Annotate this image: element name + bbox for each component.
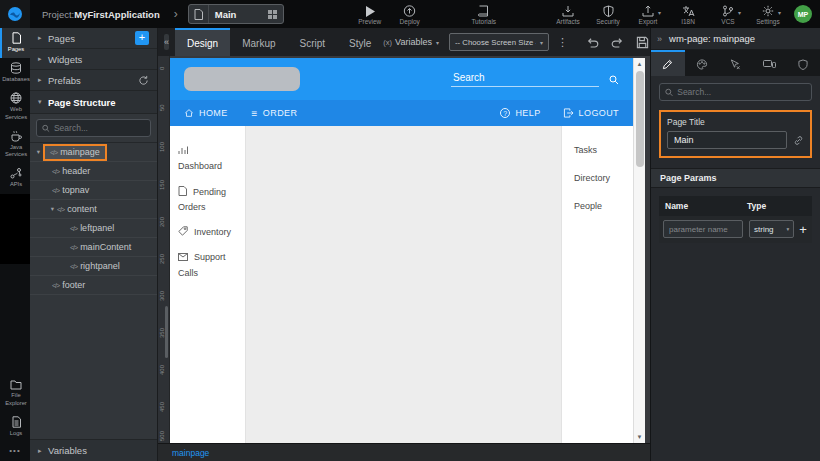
user-avatar[interactable]: MP (794, 5, 812, 23)
section-widgets[interactable]: ▸ Widgets (30, 49, 157, 70)
editor-center: « Design Markup Script Style (x) Variabl… (158, 28, 650, 461)
menu-item-dashboard[interactable]: Dashboard (178, 144, 237, 175)
canvas-search-label[interactable]: Search (451, 72, 599, 87)
nav-home[interactable]: HOME (184, 108, 228, 118)
tab-styles[interactable] (685, 50, 719, 76)
cloud-upload-icon (403, 4, 416, 17)
tree-node-mainpage[interactable]: ▾ </> mainpage (30, 143, 157, 162)
scroll-down-icon[interactable]: ▼ (637, 431, 643, 443)
page-selector[interactable]: Main (188, 4, 284, 24)
chevron-right-icon: › (174, 7, 178, 21)
deploy-button[interactable]: Deploy (397, 4, 423, 25)
open-page-tab[interactable]: mainpage (172, 448, 209, 458)
pages-icon (11, 32, 22, 44)
bind-link-icon[interactable] (793, 135, 804, 146)
wavemaker-logo[interactable] (0, 0, 30, 28)
sidebar-item-java-services[interactable]: Java Services (0, 126, 30, 163)
nav-order[interactable]: ≡ ORDER (252, 108, 298, 119)
menu-item-inventory[interactable]: Inventory (178, 225, 237, 240)
canvas-app-header[interactable]: Search (170, 58, 633, 100)
page-title-input[interactable] (667, 131, 787, 149)
tree-node-leftpanel[interactable]: </> leftpanel (30, 219, 157, 238)
menu-item-people[interactable]: People (562, 192, 633, 220)
properties-search-input[interactable] (677, 87, 806, 97)
canvas-search-widget[interactable]: Search (451, 72, 619, 87)
collapse-right-panel-button[interactable]: » (657, 34, 662, 44)
translate-icon (682, 4, 695, 17)
editor-toolbar: « Design Markup Script Style (x) Variabl… (158, 28, 650, 56)
section-variables[interactable]: ▸ Variables (30, 439, 157, 461)
artifacts-button[interactable]: Artifacts (555, 4, 581, 25)
redo-button[interactable] (611, 36, 624, 48)
tab-script[interactable]: Script (288, 28, 338, 56)
tab-security[interactable] (786, 50, 820, 76)
caret-down-icon[interactable]: ▾ (34, 148, 43, 156)
refresh-icon[interactable] (138, 75, 149, 86)
security-button[interactable]: Security (595, 4, 621, 25)
screen-size-select[interactable]: -- Choose Screen Size -- ▾ (449, 33, 549, 51)
page-params-header: Page Params (651, 168, 820, 188)
more-options-icon[interactable]: ••• (0, 442, 30, 461)
vertical-ruler: 0 50 100 150 200 250 300 350 400 450 500 (158, 56, 170, 443)
scroll-up-icon[interactable]: ▲ (637, 58, 643, 70)
tree-node-maincontent[interactable]: </> mainContent (30, 238, 157, 257)
section-page-structure[interactable]: ▾ Page Structure (30, 91, 157, 114)
sidebar-item-databases[interactable]: Databases (0, 58, 30, 88)
add-param-button[interactable]: + (794, 222, 812, 237)
menu-item-support-calls[interactable]: Support Calls (178, 250, 237, 281)
design-canvas[interactable]: Search HOME ≡ ORDER (170, 58, 645, 443)
i18n-button[interactable]: I18N (675, 4, 701, 25)
grid-icon[interactable] (268, 10, 277, 19)
export-button[interactable]: ▾ Export (635, 4, 661, 25)
canvas-zone: 0 50 100 150 200 250 300 350 400 450 500 (158, 56, 650, 443)
ruler-scroll-thumb[interactable] (165, 306, 168, 358)
tree-node-content[interactable]: ▾ </> content (30, 200, 157, 219)
canvas-scrollbar[interactable]: ▲ ▼ (633, 58, 645, 443)
section-pages[interactable]: ▸ Pages + (30, 28, 157, 49)
variables-dropdown[interactable]: (x) Variables ▾ (383, 37, 439, 47)
sidebar-item-pages[interactable]: Pages (0, 28, 30, 58)
tab-design[interactable]: Design (175, 28, 230, 56)
undo-button[interactable] (586, 36, 599, 48)
cursor-x-icon (729, 59, 741, 70)
search-icon[interactable] (609, 75, 619, 87)
nav-logout[interactable]: LOGOUT (563, 108, 619, 118)
nav-help[interactable]: ? HELP (500, 108, 540, 118)
tree-node-topnav[interactable]: </> topnav (30, 181, 157, 200)
menu-item-directory[interactable]: Directory (562, 164, 633, 192)
caret-down-icon: ▾ (540, 39, 543, 46)
preview-button[interactable]: Preview (357, 4, 383, 25)
save-button[interactable] (636, 36, 649, 49)
tree-node-header[interactable]: </> header (30, 162, 157, 181)
sidebar-item-web-services[interactable]: Web Services (0, 88, 30, 125)
sidebar-item-logs[interactable]: Logs (0, 412, 30, 442)
database-icon (10, 62, 22, 74)
collapse-left-panel-button[interactable]: « (164, 34, 169, 50)
tutorials-button[interactable]: Tutorials (471, 4, 497, 25)
tree-node-rightpanel[interactable]: </> rightpanel (30, 257, 157, 276)
tab-markup[interactable]: Markup (230, 28, 287, 56)
tab-style[interactable]: Style (337, 28, 383, 56)
tree-node-footer[interactable]: </> footer (30, 276, 157, 295)
menu-item-tasks[interactable]: Tasks (562, 136, 633, 164)
tab-devices[interactable] (752, 50, 786, 76)
canvas-main-content[interactable] (246, 126, 561, 443)
scrollbar-thumb[interactable] (636, 71, 644, 167)
tab-events[interactable] (719, 50, 753, 76)
section-prefabs[interactable]: ▸ Prefabs (30, 70, 157, 91)
param-type-select[interactable]: string ▾ (749, 220, 794, 238)
param-name-input[interactable] (663, 220, 743, 238)
structure-search-input[interactable] (54, 123, 145, 133)
menu-item-pending-orders[interactable]: Pending Orders (178, 185, 237, 216)
caret-down-icon[interactable]: ▾ (48, 205, 57, 213)
add-page-button[interactable]: + (135, 31, 149, 45)
tab-properties[interactable] (651, 50, 685, 76)
properties-tabs (651, 50, 820, 76)
sidebar-item-apis[interactable]: APIs (0, 163, 30, 193)
topbar-left-actions: Preview Deploy Tutorials (350, 4, 504, 25)
settings-button[interactable]: ▾ Settings (755, 4, 781, 25)
widget-icon: </> (52, 282, 59, 289)
sidebar-item-file-explorer[interactable]: File Explorer (0, 375, 30, 411)
kebab-menu-icon[interactable]: ⋮ (557, 36, 568, 49)
vcs-button[interactable]: ▾ VCS (715, 4, 741, 25)
